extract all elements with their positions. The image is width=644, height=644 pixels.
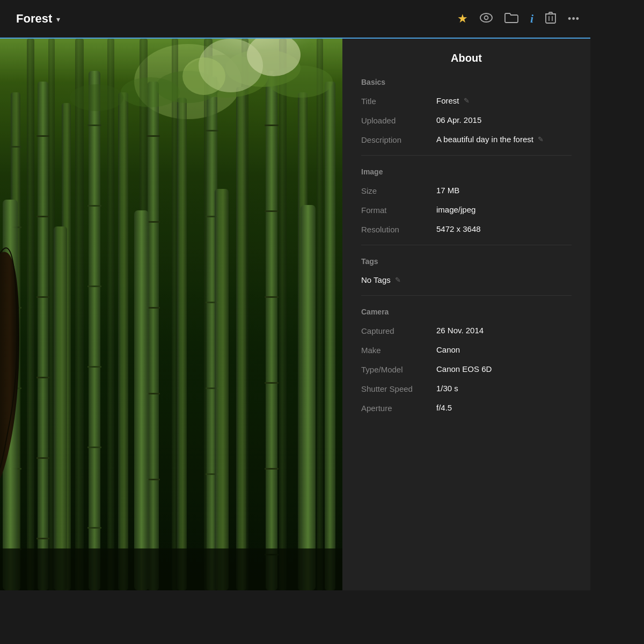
more-options-icon[interactable]: ••• [568, 13, 580, 25]
basics-divider [361, 155, 572, 156]
format-label: Format [361, 205, 436, 215]
size-value: 17 MB [436, 186, 572, 195]
info-panel: About Basics Title Forest ✎ Uploaded 06 … [342, 39, 590, 590]
page-title: Forest [16, 12, 52, 26]
format-value: image/jpeg [436, 205, 572, 214]
svg-rect-2 [546, 14, 555, 23]
tags-divider [361, 295, 572, 296]
size-text: 17 MB [436, 186, 459, 195]
uploaded-row: Uploaded 06 Apr. 2015 [361, 115, 572, 125]
section-tags-header: Tags [361, 257, 572, 266]
typemodel-row: Type/Model Canon EOS 6D [361, 364, 572, 374]
captured-row: Captured 26 Nov. 2014 [361, 326, 572, 335]
tags-row: No Tags ✎ [361, 275, 572, 284]
aperture-text: f/4.5 [436, 403, 452, 412]
title-value: Forest ✎ [436, 96, 572, 105]
aperture-label: Aperture [361, 403, 436, 413]
typemodel-value: Canon EOS 6D [436, 364, 572, 374]
tags-value: No Tags ✎ [361, 275, 572, 284]
typemodel-label: Type/Model [361, 364, 436, 374]
folder-icon[interactable] [504, 12, 518, 26]
tags-edit-icon[interactable]: ✎ [395, 276, 401, 284]
captured-text: 26 Nov. 2014 [436, 326, 484, 335]
make-text: Canon [436, 345, 460, 354]
shutterspeed-value: 1/30 s [436, 384, 572, 393]
section-basics-header: Basics [361, 78, 572, 86]
description-edit-icon[interactable]: ✎ [538, 135, 544, 143]
tags-text: No Tags [361, 275, 391, 284]
make-row: Make Canon [361, 345, 572, 355]
description-value: A beautiful day in the forest ✎ [436, 135, 572, 144]
uploaded-label: Uploaded [361, 115, 436, 125]
top-bar-left: Forest ▾ [16, 12, 60, 26]
title-edit-icon[interactable]: ✎ [464, 97, 470, 105]
aperture-row: Aperture f/4.5 [361, 403, 572, 413]
trash-icon[interactable] [545, 11, 556, 27]
shutterspeed-label: Shutter Speed [361, 384, 436, 393]
description-row: Description A beautiful day in the fores… [361, 135, 572, 144]
favorite-star-icon[interactable]: ★ [457, 12, 468, 26]
description-label: Description [361, 135, 436, 144]
svg-rect-81 [0, 39, 342, 590]
panel-title: About [361, 52, 572, 64]
image-divider [361, 245, 572, 245]
typemodel-text: Canon EOS 6D [436, 364, 492, 374]
view-icon[interactable] [480, 13, 493, 25]
title-row: Title Forest ✎ [361, 96, 572, 106]
format-row: Format image/jpeg [361, 205, 572, 215]
make-value: Canon [436, 345, 572, 354]
resolution-value: 5472 x 3648 [436, 224, 572, 233]
description-text: A beautiful day in the forest [436, 135, 533, 144]
captured-label: Captured [361, 326, 436, 335]
svg-point-0 [480, 13, 492, 22]
image-panel [0, 39, 342, 590]
top-bar: Forest ▾ ★ i [0, 0, 590, 38]
shutterspeed-text: 1/30 s [436, 384, 458, 393]
captured-value: 26 Nov. 2014 [436, 326, 572, 335]
title-label: Title [361, 96, 436, 106]
info-icon[interactable]: i [530, 12, 533, 26]
resolution-row: Resolution 5472 x 3648 [361, 224, 572, 234]
chevron-down-icon[interactable]: ▾ [56, 15, 60, 24]
forest-image [0, 39, 342, 590]
section-image-header: Image [361, 167, 572, 176]
main-content: About Basics Title Forest ✎ Uploaded 06 … [0, 39, 590, 590]
resolution-label: Resolution [361, 224, 436, 234]
uploaded-value: 06 Apr. 2015 [436, 115, 572, 125]
shutterspeed-row: Shutter Speed 1/30 s [361, 384, 572, 393]
section-camera-header: Camera [361, 308, 572, 316]
format-text: image/jpeg [436, 205, 475, 214]
toolbar: ★ i ••• [457, 11, 580, 27]
aperture-value: f/4.5 [436, 403, 572, 412]
svg-point-1 [484, 16, 488, 19]
size-row: Size 17 MB [361, 186, 572, 195]
size-label: Size [361, 186, 436, 195]
make-label: Make [361, 345, 436, 355]
resolution-text: 5472 x 3648 [436, 224, 481, 233]
uploaded-text: 06 Apr. 2015 [436, 115, 481, 125]
title-text: Forest [436, 96, 459, 105]
